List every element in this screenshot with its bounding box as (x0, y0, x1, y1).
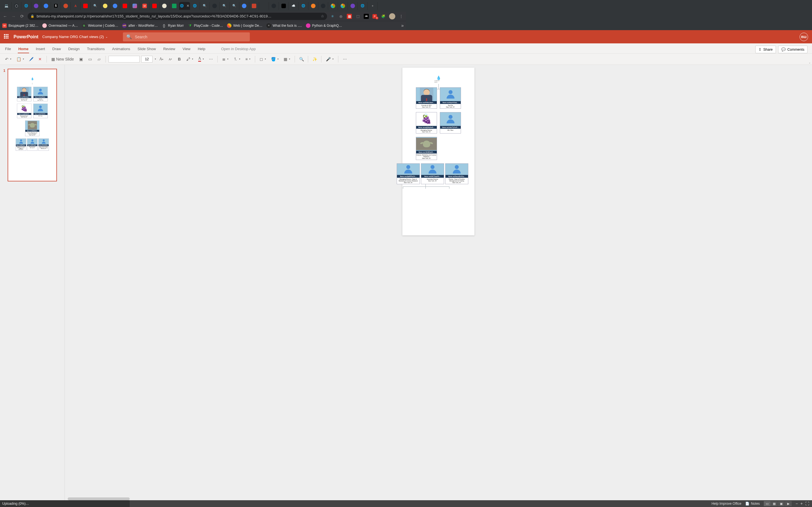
shapes-button[interactable]: ◻▾ (258, 55, 267, 63)
new-slide-button[interactable]: ▦ New Slide (50, 55, 75, 63)
find-button[interactable]: 🔍 (298, 55, 305, 63)
bookmark[interactable]: Overreacted — A… (42, 23, 78, 28)
tab[interactable]: A (71, 2, 81, 10)
bullets-button[interactable]: ≣▾ (220, 55, 230, 63)
tab[interactable] (259, 2, 269, 10)
tab[interactable] (120, 2, 130, 10)
tab[interactable]: M (140, 2, 150, 10)
bookmark[interactable]: ⧩PlayCode - Code… (188, 23, 223, 28)
tab-active[interactable]: 🌐✕ (179, 2, 190, 10)
font-size-input[interactable] (141, 56, 153, 62)
search-input[interactable] (135, 35, 246, 39)
bold-button[interactable]: B (175, 55, 183, 63)
section-button[interactable]: ▭ (86, 55, 94, 63)
tab[interactable] (348, 2, 358, 10)
shape-fill-button[interactable]: 🪣▾ (269, 55, 280, 63)
tab[interactable] (249, 2, 259, 10)
tab[interactable]: 🌐 (190, 2, 200, 10)
tab-insert[interactable]: Insert (35, 45, 46, 53)
bookmark[interactable]: {}Ryan Morr (162, 23, 184, 28)
tab[interactable]: 💻 (2, 2, 11, 10)
tab[interactable]: 🌐 (299, 2, 308, 10)
extension-icon[interactable]: P6 (372, 14, 377, 19)
profile-avatar[interactable] (389, 13, 395, 19)
tab[interactable]: 🔍 (220, 2, 230, 10)
more-font-button[interactable]: ⋯ (207, 55, 214, 63)
tab[interactable]: S (51, 2, 61, 10)
tab[interactable]: 🌐 (21, 2, 31, 10)
forward-button[interactable]: → (11, 14, 16, 18)
slide[interactable]: 💧COMPANY NAME Name recFFWYuTeam… Founder… (402, 68, 406, 235)
star-icon[interactable]: ☆ (321, 14, 324, 18)
close-icon[interactable]: ✕ (186, 4, 190, 8)
tab[interactable]: ☁️ (289, 2, 299, 10)
tab[interactable] (150, 2, 160, 10)
chevron-down-icon[interactable]: ▾ (155, 58, 156, 60)
tab-view[interactable]: View (182, 45, 191, 53)
tab-help[interactable]: Help (197, 45, 206, 53)
tab[interactable] (160, 2, 169, 10)
tab[interactable]: 🔍 (230, 2, 239, 10)
tab[interactable] (61, 2, 71, 10)
bookmark[interactable]: Python & GraphQ… (306, 23, 342, 28)
extension-icon[interactable]: ⚛ (330, 14, 335, 19)
tab[interactable] (338, 2, 348, 10)
font-color-button[interactable]: A▾ (197, 55, 206, 63)
open-in-desktop[interactable]: Open in Desktop App (220, 45, 256, 53)
tab[interactable] (110, 2, 120, 10)
reset-button[interactable]: ▱ (95, 55, 103, 63)
doc-title[interactable]: Company Name ORG Chart views (2)⌄ (42, 35, 108, 39)
tab-draw[interactable]: Draw (52, 45, 61, 53)
format-painter-button[interactable]: 🖊️ (28, 55, 35, 63)
app-launcher[interactable] (4, 34, 10, 40)
extension-icon[interactable]: ◎ (338, 14, 343, 19)
tab[interactable] (81, 2, 91, 10)
bookmark[interactable]: MВходящие (2 382… (2, 23, 38, 28)
tab-animations[interactable]: Animations (112, 45, 131, 53)
tab[interactable] (269, 2, 279, 10)
tab-design[interactable]: Design (68, 45, 80, 53)
tab-home[interactable]: Home (18, 45, 29, 53)
tab[interactable] (210, 2, 220, 10)
font-family-input[interactable] (109, 56, 140, 62)
address-bar[interactable]: 🔒 bmsturu-my.sharepoint.com/:p:/r/person… (28, 13, 327, 20)
decrease-font-button[interactable]: A▾ (167, 55, 174, 63)
tab-transitions[interactable]: Transitions (86, 45, 105, 53)
extension-icon[interactable]: ▦ (347, 14, 352, 19)
bookmark[interactable]: ⧉Welcome | Codeb… (82, 23, 118, 28)
arrange-button[interactable]: ▦▾ (282, 55, 292, 63)
layout-button[interactable]: ▣ (77, 55, 85, 63)
tab[interactable] (41, 2, 51, 10)
tab-slideshow[interactable]: Slide Show (137, 45, 156, 53)
tab[interactable] (328, 2, 338, 10)
more-button[interactable]: ⋯ (341, 55, 349, 63)
increase-font-button[interactable]: A▴ (158, 55, 165, 63)
slide-thumbnail[interactable]: 💧 Name recFFWYuTeam…Founder & CEONew Yor… (8, 69, 57, 181)
numbering-button[interactable]: ⒈▾ (232, 55, 242, 63)
tab-file[interactable]: File (4, 45, 11, 53)
tab[interactable] (130, 2, 140, 10)
tab[interactable]: ◯ (11, 2, 21, 10)
designer-button[interactable]: ✨ (311, 55, 318, 63)
align-button[interactable]: ≡▾ (244, 55, 252, 63)
bookmark[interactable]: wRafter - WordRefer… (122, 23, 158, 28)
tab[interactable] (31, 2, 41, 10)
paste-button[interactable]: 📋▾ (15, 55, 26, 63)
extension-icon[interactable]: JB (364, 14, 369, 19)
tab[interactable]: 🔍 (200, 2, 210, 10)
tab[interactable] (318, 2, 328, 10)
bookmark[interactable]: ✕What the fuck is …. (266, 23, 302, 28)
extensions-button[interactable]: 🧩 (380, 14, 386, 19)
tab[interactable]: 🌐 (358, 2, 368, 10)
menu-button[interactable]: ⋮ (399, 14, 404, 19)
bookmark[interactable]: Web | Google De… (227, 23, 262, 28)
dictate-button[interactable]: 🎤▾ (324, 55, 335, 63)
undo-button[interactable]: ↶▾ (3, 55, 13, 63)
slide-thumbnail-pane[interactable]: 1 💧 Name recFFWYuTeam…Founder & CEONew Y… (0, 65, 65, 253)
search-box[interactable]: 🔍 (123, 33, 250, 41)
delete-button[interactable]: ✕ (36, 55, 44, 63)
tab-review[interactable]: Review (163, 45, 176, 53)
tab[interactable] (308, 2, 318, 10)
tab[interactable] (239, 2, 249, 10)
extension-icon[interactable]: ⬚ (355, 14, 360, 19)
